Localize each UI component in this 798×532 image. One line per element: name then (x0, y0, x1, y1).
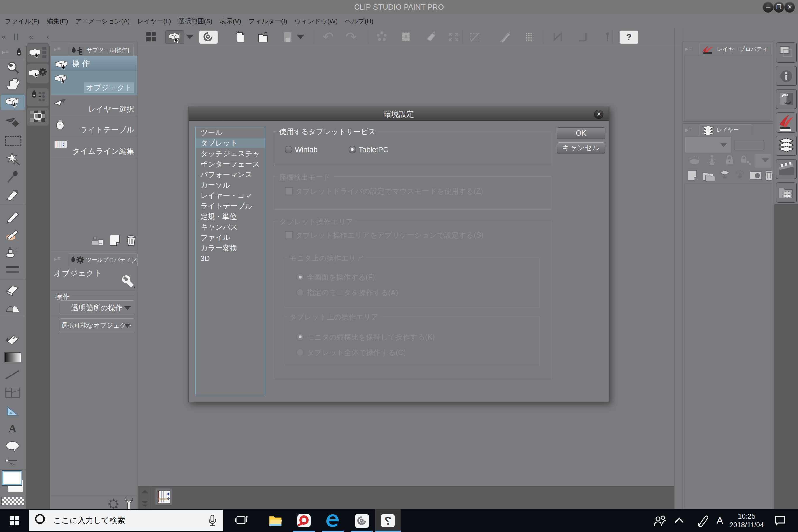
scroll-up-icon[interactable] (141, 489, 149, 494)
apply-mask-icon[interactable] (734, 169, 746, 182)
maximize-button[interactable]: ❐ (774, 2, 784, 13)
trend-micro-taskbar-icon[interactable] (291, 509, 317, 532)
transparent-color-swatch[interactable] (1, 497, 24, 506)
layer-folder-palette-icon[interactable] (776, 182, 797, 203)
lock-transparent-icon[interactable] (739, 154, 753, 166)
dialog-titlebar[interactable]: 環境設定 (189, 107, 609, 121)
menu-file[interactable]: ファイル(F) (5, 14, 39, 28)
lock-layer-icon[interactable] (722, 154, 737, 166)
collapse-left3-icon[interactable]: ‹ (47, 28, 49, 46)
category-light-table[interactable]: ライトテーブル (196, 201, 265, 211)
fullscreen-radio[interactable] (296, 273, 304, 281)
subtool-item-timeline[interactable]: タイムライン編集 (51, 137, 137, 158)
figure-tool[interactable] (1, 367, 24, 382)
zoom-tool[interactable] (1, 60, 24, 75)
airbrush-tool[interactable] (1, 244, 24, 259)
information-palette-icon[interactable] (776, 65, 797, 86)
taskbar-clock[interactable]: 10:25 2018/11/04 (723, 512, 770, 529)
category-3d[interactable]: 3D (196, 253, 265, 264)
task-view-button[interactable] (235, 515, 248, 526)
clip-studio-icon[interactable] (199, 30, 218, 44)
subtool-group-header[interactable]: 操作 (51, 56, 137, 72)
category-tool[interactable]: ツール (196, 127, 265, 138)
opacity-field[interactable] (735, 140, 764, 150)
blend-tool[interactable] (1, 300, 24, 315)
auto-select-tool[interactable] (1, 151, 24, 166)
menu-layer[interactable]: レイヤー(L) (137, 14, 171, 28)
whole-tablet-label[interactable]: タブレット全体で操作する(C) (307, 348, 406, 356)
menu-window[interactable]: ウィンドウ(W) (294, 14, 338, 28)
pen-settings-icon[interactable] (27, 88, 49, 106)
layer-panel-menu-icon[interactable]: ▶≡ (685, 126, 692, 133)
subtool-item-layer-select[interactable]: レイヤー選択 (51, 95, 137, 116)
fill-tool[interactable] (1, 331, 24, 347)
wrench-icon[interactable] (121, 274, 136, 290)
layer-panel-tab[interactable]: レイヤー (699, 124, 752, 136)
menu-selection[interactable]: 選択範囲(S) (178, 14, 212, 28)
eyedropper-tool[interactable] (1, 169, 24, 185)
frame-tool[interactable] (1, 385, 24, 400)
action-center-icon[interactable] (774, 515, 786, 527)
category-layer-frame[interactable]: レイヤー・コマ (196, 190, 265, 201)
deselect-icon[interactable] (375, 30, 389, 43)
collapse-left2-icon[interactable]: « (29, 28, 33, 46)
toolprop-panel-menu-icon[interactable]: ▶≡ (54, 255, 61, 262)
main-color-swatch[interactable] (2, 471, 22, 485)
pattern-icon[interactable] (27, 108, 49, 126)
operation-tool[interactable] (1, 94, 25, 110)
specified-monitor-label[interactable]: 指定のモニタを操作する(A) (307, 289, 398, 296)
layer-mask-dropdown[interactable] (755, 154, 772, 167)
reselect-icon[interactable] (399, 30, 413, 43)
tray-chevron-icon[interactable] (674, 517, 684, 527)
tabletpc-label[interactable]: TabletPC (359, 146, 388, 153)
fullscreen-label[interactable]: 全画面を操作する(F) (307, 273, 375, 281)
keep-ratio-label[interactable]: モニタの縦横比を保持して操作する(K) (307, 333, 435, 341)
new-folder-icon[interactable] (701, 169, 716, 182)
whole-tablet-radio[interactable] (296, 348, 304, 356)
history-palette-icon[interactable] (776, 89, 797, 109)
ruler-tool[interactable] (1, 403, 24, 418)
delete-layer-icon[interactable] (764, 169, 774, 182)
reference-layer-icon[interactable] (705, 154, 719, 166)
clear-icon[interactable] (423, 30, 438, 43)
marquee-tool[interactable] (1, 133, 24, 149)
brush-tool[interactable] (1, 226, 24, 242)
clip-studio-taskbar-icon[interactable] (349, 509, 375, 532)
gradient-tool[interactable] (1, 349, 24, 365)
new-subtool-icon[interactable] (108, 234, 121, 246)
operation-settings-icon[interactable] (27, 64, 49, 83)
save-icon[interactable] (280, 30, 295, 43)
edge-taskbar-icon[interactable] (320, 509, 346, 532)
collapse-left-icon[interactable]: « (2, 28, 6, 46)
line-curve-icon[interactable] (575, 30, 590, 43)
ok-button[interactable]: OK (557, 128, 605, 139)
category-tablet[interactable]: タブレット (196, 138, 265, 148)
new-file-icon[interactable] (232, 30, 247, 43)
wintab-radio[interactable] (285, 146, 292, 153)
hand-tool[interactable] (1, 77, 24, 93)
subtool-panel-tab[interactable]: サブツール[操作] (68, 44, 134, 56)
tabletpc-radio[interactable] (348, 146, 356, 153)
mouse-mode-label[interactable]: タブレットドライバの設定でマウスモードを使用する(Z) (296, 187, 483, 195)
wintab-label[interactable]: Wintab (295, 146, 318, 153)
subtool-panel-menu-icon[interactable]: ▶≡ (54, 45, 61, 52)
pen-tool[interactable] (1, 187, 24, 203)
menu-help[interactable]: ヘルプ(H) (345, 14, 374, 28)
menu-edit[interactable]: 編集(E) (47, 14, 68, 28)
open-file-icon[interactable] (255, 30, 270, 43)
tool-dropdown-icon[interactable] (186, 30, 194, 43)
timeline-toggle-button[interactable] (155, 488, 172, 506)
pen-tray-icon[interactable] (697, 514, 710, 527)
taskbar-search[interactable]: ここに入力して検索 (29, 510, 223, 531)
help-icon[interactable]: ? (620, 30, 639, 44)
pencil-tool[interactable] (1, 209, 24, 224)
move-layer-tool[interactable] (1, 115, 24, 131)
animation-palette-icon[interactable] (776, 159, 797, 179)
start-button[interactable] (10, 516, 19, 525)
balloon-tool[interactable] (1, 439, 24, 454)
close-button[interactable]: ✕ (784, 2, 795, 13)
line-straight-icon[interactable] (551, 30, 565, 43)
subtool-item-light-table[interactable]: ライトテーブル (51, 117, 137, 137)
transparent-area-dropdown[interactable]: 透明箇所の操作 (60, 300, 134, 315)
layer-palette-icon[interactable] (776, 136, 797, 156)
